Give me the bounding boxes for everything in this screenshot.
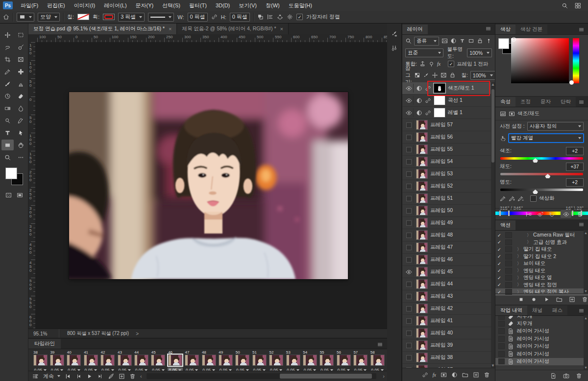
slider-track-sat[interactable] (500, 173, 583, 175)
frame-thumbnail[interactable] (303, 355, 317, 366)
layer-row[interactable]: 프레임 50 (402, 205, 491, 217)
brush-settings-panel-icon[interactable] (389, 27, 400, 39)
path-arrangement-icon[interactable] (277, 14, 283, 20)
frame-thumbnail[interactable] (370, 355, 385, 366)
layer-name[interactable]: 프레임 44 (430, 281, 453, 287)
new-document-from-state-icon[interactable] (550, 373, 557, 379)
history-state-row[interactable]: 레이어 가시성 (495, 358, 588, 366)
workspace-icon[interactable] (575, 2, 581, 9)
move-tool[interactable] (1, 29, 14, 40)
layer-visibility-toggle[interactable] (404, 145, 414, 154)
layer-row[interactable]: 프레임 42 (402, 303, 491, 315)
marquee-tool[interactable] (15, 29, 27, 40)
tab-2[interactable]: 조정 (515, 97, 536, 107)
action-dialog-toggle[interactable] (505, 261, 512, 266)
timeline-panel-menu-icon[interactable] (377, 341, 387, 349)
frame-thumbnail[interactable] (67, 355, 81, 366)
rectangle-tool[interactable] (1, 140, 14, 150)
tab-3[interactable]: 문자 (536, 97, 556, 107)
timeline-frame[interactable]: 410.05 (82, 350, 99, 373)
layer-name[interactable]: 프레임 55 (430, 146, 453, 153)
layer-row[interactable]: 프레임 47 (402, 241, 491, 254)
zoom-tool[interactable] (1, 152, 14, 163)
loop-selector[interactable]: 계속 (43, 373, 60, 380)
next-frame-icon[interactable] (97, 373, 103, 380)
layer-name[interactable]: 프레임 51 (430, 195, 453, 202)
unify-visibility-icon[interactable] (428, 61, 435, 67)
action-dialog-toggle[interactable] (505, 268, 512, 274)
layer-visibility-toggle[interactable] (404, 292, 414, 301)
action-name[interactable]: 고급 선명 효과 (533, 239, 567, 246)
history-state-row[interactable]: 레이어 가시성 (495, 343, 588, 351)
crop-tool[interactable] (1, 54, 14, 65)
new-action-icon[interactable] (569, 296, 575, 303)
history-state-name[interactable]: 레이어 가시성 (517, 351, 549, 357)
panel-menu-icon[interactable] (578, 26, 588, 34)
close-tab-icon[interactable]: × (169, 26, 172, 32)
layer-row[interactable]: 색조/채도 1 (402, 82, 491, 95)
status-expand-arrow[interactable]: > (129, 331, 139, 336)
layers-scroll-thumb[interactable] (491, 89, 494, 163)
timeline-frame[interactable]: 460.05 (167, 350, 183, 373)
layer-thumbnail[interactable] (416, 120, 428, 130)
quick-mask-icon[interactable] (5, 192, 12, 198)
action-dialog-toggle[interactable] (505, 246, 512, 252)
scroll-left-arrow[interactable]: ‹ (140, 373, 142, 379)
link-layers-icon[interactable] (422, 372, 428, 378)
blend-mode-dropdown[interactable]: 표준 (405, 48, 443, 57)
slider-track-hue[interactable] (500, 157, 583, 160)
eyedropper-tool[interactable] (1, 66, 14, 77)
scroll-up-arrow[interactable]: ▲ (584, 231, 588, 235)
color-foreground-swatch[interactable] (498, 38, 509, 49)
expand-arrow-icon[interactable]: 〉 (517, 282, 521, 288)
timeline-frame[interactable]: 540.05 (301, 350, 318, 373)
layer-row[interactable]: 프레임 56 (402, 131, 491, 143)
unify-style-icon[interactable]: fx (437, 61, 441, 67)
layer-thumbnail[interactable] (416, 328, 428, 338)
layer-thumbnail[interactable] (416, 144, 428, 154)
preset-dropdown[interactable]: 사용자 정의 (527, 122, 584, 131)
layer-visibility-toggle[interactable] (404, 243, 414, 252)
action-dialog-toggle[interactable] (505, 239, 512, 245)
layer-row[interactable]: 프레임 53 (402, 168, 491, 180)
filter-shape-layers-icon[interactable] (468, 38, 474, 44)
layer-name[interactable]: 색조/채도 1 (448, 85, 474, 92)
layer-thumbnail[interactable] (434, 95, 445, 105)
layer-visibility-eye-icon[interactable] (404, 267, 414, 276)
history-source-toggle[interactable] (498, 321, 505, 327)
toggle-visibility-icon[interactable] (561, 210, 571, 218)
new-snapshot-camera-icon[interactable] (563, 373, 569, 379)
dodge-tool[interactable] (1, 115, 14, 126)
menu-item[interactable]: 편집(E) (43, 0, 70, 11)
scroll-right-arrow[interactable]: › (383, 373, 387, 379)
timeline-frame[interactable]: 510.05 (251, 350, 268, 373)
layer-visibility-toggle[interactable] (404, 169, 414, 178)
timeline-frame[interactable]: 480.05 (200, 350, 217, 373)
play-icon[interactable] (86, 373, 93, 380)
action-name[interactable]: 딸기 집 태오 2 (523, 253, 556, 260)
action-check-icon[interactable]: ✓ (495, 247, 503, 252)
filter-type-layers-icon[interactable] (459, 38, 466, 44)
history-state-name[interactable]: 레이어 가시성 (517, 358, 549, 365)
path-select-tool[interactable] (15, 127, 27, 138)
filter-smart-objects-icon[interactable] (477, 38, 483, 44)
history-source-toggle[interactable] (498, 316, 505, 320)
history-state-name[interactable]: 지우개 (517, 320, 533, 327)
layer-visibility-toggle[interactable] (404, 218, 414, 227)
tab-2[interactable]: 채널 (527, 306, 547, 315)
document-tab[interactable]: 보정 연습.psd @ 95.1% (색조/채도 1, 레이어 마스크/16) … (28, 24, 177, 34)
history-source-toggle[interactable] (498, 328, 505, 334)
action-name[interactable]: 엔딩 태오 옆 (523, 274, 552, 281)
layer-visibility-toggle[interactable] (404, 206, 414, 215)
frame-thumbnail[interactable] (319, 355, 334, 366)
action-dialog-toggle[interactable] (505, 282, 512, 288)
action-row[interactable]: ✓〉브이 태오 (495, 260, 588, 267)
unify-position-icon[interactable] (419, 61, 426, 67)
layer-row[interactable]: 프레임 49 (402, 217, 491, 229)
action-row[interactable]: ✓〉딸기 집 태오 2 (495, 253, 588, 261)
scroll-up-arrow[interactable]: ▲ (584, 316, 588, 320)
layer-row[interactable]: 프레임 45 (402, 266, 491, 278)
timeline-scroll-thumb[interactable] (280, 374, 372, 379)
layer-thumbnail[interactable] (434, 108, 445, 118)
history-brush-tool[interactable] (1, 91, 14, 101)
